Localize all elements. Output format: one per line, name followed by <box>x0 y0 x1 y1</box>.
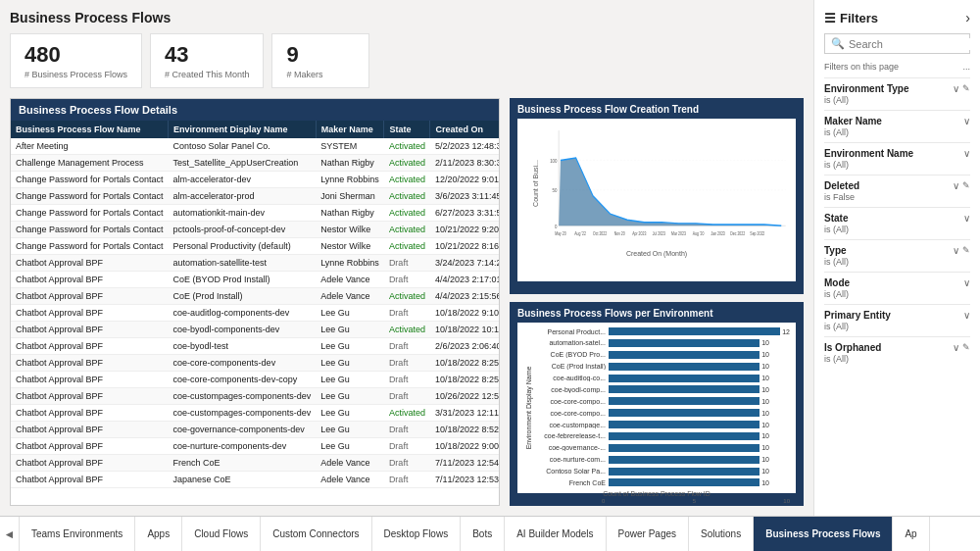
filter-edit-icon[interactable]: ✎ <box>962 180 970 191</box>
table-row[interactable]: Chatbot Approval BPFcoe-auditlog-compone… <box>11 305 499 322</box>
col-header-created[interactable]: Created On <box>430 121 499 138</box>
table-row[interactable]: Chatbot Approval BPFcoe-custompages-comp… <box>11 388 499 405</box>
table-row[interactable]: Chatbot Approval BPFFrench CoEAdele Vanc… <box>11 455 499 472</box>
stat-cards-row: 480 # Business Process Flows 43 # Create… <box>10 33 804 88</box>
stat-card-bpf: 480 # Business Process Flows <box>10 33 142 88</box>
filters-search-box[interactable]: 🔍 <box>824 33 970 54</box>
filters-on-page-label: Filters on this page ... <box>824 62 970 72</box>
table-row[interactable]: Chatbot Approval BPFJapanese CoEAdele Va… <box>11 472 499 488</box>
tab-solutions[interactable]: Solutions <box>689 517 754 551</box>
bar-label: CoE (Prod Install) <box>532 363 609 370</box>
filter-group-icons[interactable]: ∨ <box>963 277 970 288</box>
svg-text:Mar 2023: Mar 2023 <box>671 230 686 236</box>
tab-apps[interactable]: Apps <box>135 517 182 551</box>
table-cell: Japanese CoE <box>169 472 317 488</box>
col-header-env[interactable]: Environment Display Name <box>169 121 317 138</box>
filters-search-input[interactable] <box>849 38 980 50</box>
bars-container: Personal Product...12automation-satel...… <box>532 326 790 489</box>
filter-group-icons[interactable]: ∨ <box>963 148 970 159</box>
filter-group-icons[interactable]: ∨✎ <box>953 180 970 191</box>
table-row[interactable]: Change Password for Portals ContactPerso… <box>11 238 499 255</box>
filters-title: ☰ Filters <box>824 11 878 25</box>
filter-group-header: Maker Name∨ <box>824 116 970 126</box>
tab-desktop-flows[interactable]: Desktop Flows <box>372 517 462 551</box>
tab-teams-environments[interactable]: Teams Environments <box>20 517 135 551</box>
bar-label: Personal Product... <box>532 328 609 335</box>
filters-on-page-dots[interactable]: ... <box>962 62 970 72</box>
table-cell: Chatbot Approval BPF <box>11 422 169 438</box>
filter-chevron-icon[interactable]: ∨ <box>953 180 959 191</box>
filter-group-icons[interactable]: ∨ <box>963 310 970 321</box>
filter-chevron-icon[interactable]: ∨ <box>963 148 970 159</box>
col-header-name[interactable]: Business Process Flow Name <box>11 121 169 138</box>
table-row[interactable]: Change Password for Portals Contactautom… <box>11 205 499 222</box>
table-cell: Adele Vance <box>316 288 384 305</box>
table-row[interactable]: Chatbot Approval BPFCoE (Prod Install)Ad… <box>11 288 499 305</box>
filter-edit-icon[interactable]: ✎ <box>962 342 970 353</box>
filter-edit-icon[interactable]: ✎ <box>962 83 970 94</box>
table-cell: 4/4/2023 2:15:56 PM <box>430 288 499 305</box>
filter-group-header: Is Orphaned∨✎ <box>824 342 970 353</box>
table-row[interactable]: Change Password for Portals Contactalm-a… <box>11 188 499 205</box>
table-row[interactable]: Chatbot Approval BPFcoe-byodl-testLee Gu… <box>11 338 499 355</box>
filter-chevron-icon[interactable]: ∨ <box>963 116 970 126</box>
table-cell: 10/18/2022 9:10:20 AM <box>430 305 499 322</box>
filter-chevron-icon[interactable]: ∨ <box>963 213 970 224</box>
table-cell: 7/11/2023 12:54:44 PM <box>430 455 499 472</box>
table-row[interactable]: Chatbot Approval BPFcoe-core-components-… <box>11 372 499 388</box>
filter-group: Environment Name∨is (All) <box>824 142 970 175</box>
tab-business-process-flows[interactable]: Business Process Flows <box>754 517 893 551</box>
svg-text:0: 0 <box>555 223 557 229</box>
table-cell: 6/27/2023 3:31:53 PM <box>430 205 499 222</box>
filter-chevron-icon[interactable]: ∨ <box>953 342 959 353</box>
filter-edit-icon[interactable]: ✎ <box>962 245 970 256</box>
filters-header: ☰ Filters › <box>824 10 970 25</box>
svg-text:Apr 2023: Apr 2023 <box>632 230 647 236</box>
trend-chart-title: Business Process Flow Creation Trend <box>517 104 796 115</box>
filter-chevron-icon[interactable]: ∨ <box>963 310 970 321</box>
table-row[interactable]: Chatbot Approval BPFcoe-byodl-components… <box>11 322 499 338</box>
table-row[interactable]: Chatbot Approval BPFCoE (BYOD Prod Insta… <box>11 272 499 288</box>
table-cell: Chatbot Approval BPF <box>11 338 169 355</box>
tab-ap[interactable]: Ap <box>893 517 929 551</box>
tab-power-pages[interactable]: Power Pages <box>607 517 689 551</box>
table-row[interactable]: Chatbot Approval BPFcoe-nurture-componen… <box>11 438 499 455</box>
table-row[interactable]: After MeetingContoso Solar Panel Co.SYST… <box>11 138 499 155</box>
table-row[interactable]: Chatbot Approval BPFautomation-satellite… <box>11 255 499 272</box>
filter-group-icons[interactable]: ∨✎ <box>953 342 970 353</box>
col-header-state[interactable]: State <box>384 121 430 138</box>
bpf-table-panel: Business Process Flow Details Business P… <box>10 98 500 506</box>
table-row[interactable]: Challenge Management ProcessTest_Satelli… <box>11 155 499 172</box>
filter-group-name: State <box>824 213 848 224</box>
table-container[interactable]: Business Process Flow Name Environment D… <box>11 121 499 505</box>
table-cell: Draft <box>384 388 430 405</box>
tab-cloud-flows[interactable]: Cloud Flows <box>182 517 261 551</box>
filter-group-icons[interactable]: ∨✎ <box>953 245 970 256</box>
table-cell: coe-custompages-components-dev <box>169 405 317 422</box>
col-header-maker[interactable]: Maker Name <box>316 121 384 138</box>
trend-y-axis-label: Count of Busi... <box>532 160 539 207</box>
tab-ai-builder-models[interactable]: AI Builder Models <box>505 517 606 551</box>
filter-group-icons[interactable]: ∨ <box>963 213 970 224</box>
table-row[interactable]: Chatbot Approval BPFcoe-governance-compo… <box>11 422 499 438</box>
table-cell: pctools-proof-of-concept-dev <box>169 222 317 238</box>
filter-chevron-icon[interactable]: ∨ <box>963 277 970 288</box>
filter-group-icons[interactable]: ∨ <box>963 116 970 126</box>
table-cell: Chatbot Approval BPF <box>11 372 169 388</box>
table-cell: Chatbot Approval BPF <box>11 355 169 372</box>
table-cell: 10/18/2022 8:52:06 AM <box>430 422 499 438</box>
tab-custom-connectors[interactable]: Custom Connectors <box>261 517 371 551</box>
table-cell: CoE (Prod Install) <box>169 288 317 305</box>
filter-group-icons[interactable]: ∨✎ <box>953 83 970 94</box>
filters-close-button[interactable]: › <box>965 10 970 25</box>
table-cell: 10/18/2022 9:00:51 AM <box>430 438 499 455</box>
filter-chevron-icon[interactable]: ∨ <box>953 83 959 94</box>
filter-chevron-icon[interactable]: ∨ <box>953 245 959 256</box>
tab-nav-left[interactable]: ◄ <box>0 517 20 551</box>
table-row[interactable]: Chatbot Approval BPFcoe-core-components-… <box>11 355 499 372</box>
bar-label: coe-core-compo... <box>532 398 609 405</box>
tab-bots[interactable]: Bots <box>461 517 505 551</box>
table-row[interactable]: Change Password for Portals Contactalm-a… <box>11 172 499 188</box>
table-row[interactable]: Change Password for Portals Contactpctoo… <box>11 222 499 238</box>
table-row[interactable]: Chatbot Approval BPFcoe-custompages-comp… <box>11 405 499 422</box>
